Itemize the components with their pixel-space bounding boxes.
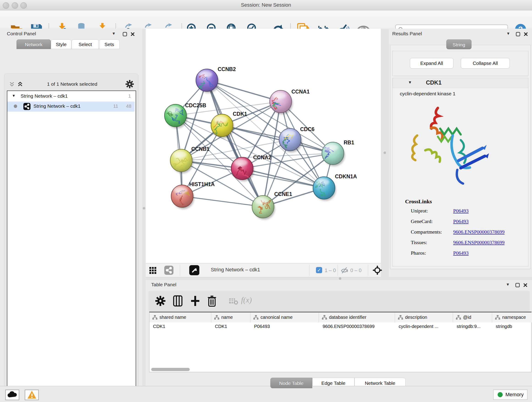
node-CDC25B[interactable] [165,104,187,128]
node-CCNE1[interactable] [252,196,275,220]
selected-checkbox-icon[interactable]: ✓ [316,267,322,273]
expand-all-button[interactable]: Expand All [410,58,453,69]
delete-column-icon[interactable] [207,295,217,307]
warning-button[interactable] [25,390,39,400]
string-network-icon [23,103,31,110]
node-CDKN1A[interactable] [313,177,336,201]
table-cell[interactable]: cyclin-dependent ... [399,324,451,329]
tab-style[interactable]: Style [51,39,71,49]
node-CCNA2[interactable] [231,157,254,181]
crosslink-row: GeneCard:P06493 [393,217,528,228]
collapse-all-networks-icon[interactable] [8,81,16,88]
horizontal-scrollbar[interactable] [150,368,530,371]
results-panel-title: Results Panel [392,31,422,36]
node-CDC6[interactable] [279,128,302,153]
column-header--id[interactable]: @id [453,313,492,322]
cloud-button[interactable] [5,390,19,400]
network-options-gear-icon[interactable] [126,80,134,88]
collapse-all-button[interactable]: Collapse All [461,58,510,69]
collection-expand-icon[interactable]: ▼ [12,94,16,98]
column-header-shared-name[interactable]: shared name [149,313,211,322]
crosslink-row: Pharos:P06493 [393,249,528,259]
control-panel-menu-icon[interactable]: ▼ [112,32,116,36]
network-view-title: String Network – cdk1 [211,267,260,273]
show-columns-icon[interactable] [172,295,183,307]
edge-HIST1H1A-CCNE1[interactable] [182,196,263,207]
tab-network[interactable]: Network [17,39,51,49]
node-label-CCNA2: CCNA2 [253,154,271,160]
network-graph[interactable]: CCNB2CCNA1CDC25BCDK1CDC6RB1CCNB1CCNA2CDK… [146,29,381,263]
left-splitter[interactable] [142,29,146,386]
toolbar-separator [180,265,180,276]
column-header-namespace[interactable]: namespace [492,313,532,322]
horizontal-splitter-handle[interactable] [339,277,341,280]
node-HIST1H1A[interactable] [171,185,194,209]
left-splitter-handle[interactable] [143,207,145,210]
network-collection-row[interactable]: ▼ String Network – cdk1 1 [7,92,135,102]
node-label-CDC6: CDC6 [300,126,315,132]
cloud-icon [7,391,17,397]
table-panel-close-icon[interactable] [523,283,528,288]
crosslink-link[interactable]: P06493 [453,218,469,224]
tab-select[interactable]: Select [71,39,99,49]
node-RB1[interactable] [322,142,345,166]
node-CCNA1[interactable] [270,90,293,114]
control-panel-close-icon[interactable] [130,32,135,37]
column-header-database-identifier[interactable]: database identifier [319,313,395,322]
node-card-collapse-icon[interactable]: ▼ [408,80,412,85]
results-panel-close-icon[interactable] [523,32,528,37]
tab-sets[interactable]: Sets [99,39,120,49]
crosslink-link[interactable]: P06493 [453,208,469,214]
node-label-CDKN1A: CDKN1A [335,173,357,179]
crosslink-label: Uniprot: [411,208,428,214]
crosslink-link[interactable]: 9606.ENSP00000378699 [453,240,505,245]
right-splitter-handle[interactable] [384,152,386,154]
birds-eye-view-icon[interactable] [373,265,382,275]
column-header-name[interactable]: name [211,313,250,322]
results-panel-float-icon[interactable] [515,32,520,37]
network-share-icon[interactable] [164,266,173,275]
table-cell[interactable]: CDK1 [215,324,249,329]
create-column-icon[interactable] [190,295,201,307]
edge-CCNB2-CCNE1[interactable] [207,80,263,207]
crosslink-link[interactable]: P06493 [453,250,469,256]
window-title: Session: New Session [0,2,532,8]
right-splitter[interactable] [381,29,389,277]
main-toolbar: ? [0,11,532,29]
node-CCNB2[interactable] [196,69,219,93]
network-canvas[interactable]: CCNB2CCNA1CDC25BCDK1CDC6RB1CCNB1CCNA2CDK… [146,29,381,263]
function-builder-icon: f(x) [241,296,252,304]
edge-CCNA2-CDKN1A[interactable] [242,168,324,188]
node-label-CCNA1: CCNA1 [291,89,310,95]
column-type-icon [456,315,461,320]
table-cell[interactable]: CDK1 [153,324,209,329]
horizontal-splitter[interactable] [146,277,532,280]
show-grid-icon[interactable] [149,267,157,274]
table-cell[interactable]: stringdb [496,324,532,329]
open-in-window-icon[interactable] [189,265,199,275]
memory-button[interactable]: Memory [493,390,527,400]
table-panel-menu-icon[interactable]: ▼ [506,282,510,287]
column-header-canonical-name[interactable]: canonical name [250,313,319,322]
table-settings-gear-icon[interactable] [155,296,165,306]
crosslink-link[interactable]: 9606.ENSP00000378699 [453,229,505,235]
tab-node-table[interactable]: Node Table [270,378,312,388]
table-cell[interactable]: P06493 [254,324,317,329]
network-row-selected[interactable]: String Network – cdk1 11 48 [7,102,135,112]
table-cell[interactable]: stringdb:9... [457,324,490,329]
table-cell[interactable]: 9606.ENSP00000378699 [323,324,393,329]
node-card-header[interactable]: ▼ CDK1 [393,78,528,88]
column-header-description[interactable]: description [395,313,453,322]
expand-all-networks-icon[interactable] [17,81,24,88]
scrollbar-thumb[interactable] [151,368,190,371]
network-status-dot [14,104,17,108]
network-edge-count: 48 [126,103,131,109]
table-panel-float-icon[interactable] [515,283,520,288]
column-type-icon [398,315,403,320]
control-panel-float-icon[interactable] [122,32,127,37]
results-panel-menu-icon[interactable]: ▼ [506,32,510,36]
tab-string[interactable]: String [446,39,472,49]
delete-table-icon [229,298,238,305]
crosslink-label: Pharos: [411,250,426,256]
column-type-icon [495,315,500,320]
